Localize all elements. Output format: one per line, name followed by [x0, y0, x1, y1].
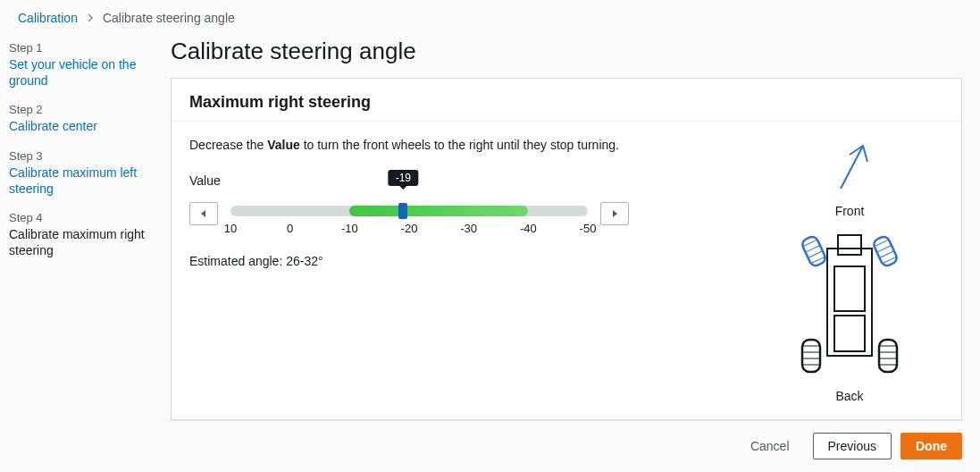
- slider-ticks: 100-10-20-30-40-50: [230, 222, 588, 238]
- slider-thumb[interactable]: [398, 203, 407, 219]
- cancel-button[interactable]: Cancel: [736, 433, 804, 459]
- triangle-right-icon: [610, 209, 619, 218]
- step-label: Step 4: [9, 211, 147, 224]
- svg-rect-2: [834, 266, 865, 311]
- front-label: Front: [783, 204, 917, 218]
- step-label: Step 3: [9, 149, 147, 163]
- svg-rect-3: [834, 316, 865, 351]
- back-label: Back: [783, 389, 917, 403]
- svg-line-12: [880, 250, 894, 257]
- wizard-step-3[interactable]: Step 3 Calibrate maximum left steering: [9, 149, 147, 197]
- slider-tick: -20: [401, 222, 418, 235]
- arrow-icon: [814, 135, 885, 198]
- svg-line-7: [808, 250, 823, 257]
- slider-tooltip: -19: [389, 170, 418, 186]
- increase-button[interactable]: [600, 202, 629, 225]
- slider-tick: 10: [224, 222, 237, 235]
- svg-rect-9: [872, 234, 899, 267]
- svg-rect-14: [802, 340, 820, 372]
- slider-tick: -10: [341, 222, 358, 235]
- step-title: Calibrate maximum right steering: [9, 226, 147, 258]
- slider-track: [230, 206, 588, 216]
- slider-active-range: [349, 206, 528, 216]
- step-title: Calibrate maximum left steering: [9, 164, 147, 197]
- value-slider[interactable]: -19 100-10-20-30-40-50: [230, 193, 588, 238]
- slider-tick: -30: [460, 222, 477, 235]
- svg-rect-4: [800, 234, 827, 267]
- previous-button[interactable]: Previous: [813, 433, 892, 459]
- wizard-step-1[interactable]: Step 1 Set your vehicle on the ground: [9, 41, 147, 88]
- slider-tick: 0: [287, 222, 293, 235]
- step-title: Calibrate center: [9, 118, 147, 134]
- wizard-steps: Step 1 Set your vehicle on the ground St…: [0, 30, 165, 472]
- svg-line-11: [877, 245, 892, 252]
- car-top-icon: [783, 222, 917, 383]
- slider-tick: -50: [580, 222, 597, 235]
- step-label: Step 1: [9, 41, 147, 55]
- wizard-step-2[interactable]: Step 2 Calibrate center: [9, 103, 147, 134]
- vehicle-diagram: Front: [783, 135, 917, 407]
- breadcrumb-root[interactable]: Calibration: [18, 11, 78, 25]
- triangle-left-icon: [199, 209, 208, 218]
- slider-tick: -40: [520, 222, 537, 235]
- step-label: Step 2: [9, 103, 147, 116]
- svg-rect-19: [879, 340, 897, 372]
- breadcrumb: Calibration Calibrate steering angle: [0, 0, 980, 30]
- estimated-angle: Estimated angle: 26-32°: [189, 254, 720, 268]
- done-button[interactable]: Done: [900, 433, 962, 459]
- step-title: Set your vehicle on the ground: [9, 56, 147, 88]
- breadcrumb-current: Calibrate steering angle: [103, 11, 235, 25]
- calibration-panel: Maximum right steering Decrease the Valu…: [171, 78, 962, 420]
- wizard-footer: Cancel Previous Done: [171, 420, 962, 459]
- svg-line-6: [806, 245, 820, 252]
- page-title: Calibrate steering angle: [171, 38, 962, 65]
- decrease-button[interactable]: [189, 202, 218, 225]
- instruction-text: Decrease the Value to turn the front whe…: [189, 138, 720, 152]
- chevron-right-icon: [87, 11, 94, 25]
- panel-heading: Maximum right steering: [172, 79, 961, 122]
- svg-rect-1: [838, 235, 861, 255]
- wizard-step-4: Step 4 Calibrate maximum right steering: [9, 211, 147, 258]
- value-label: Value: [189, 173, 720, 188]
